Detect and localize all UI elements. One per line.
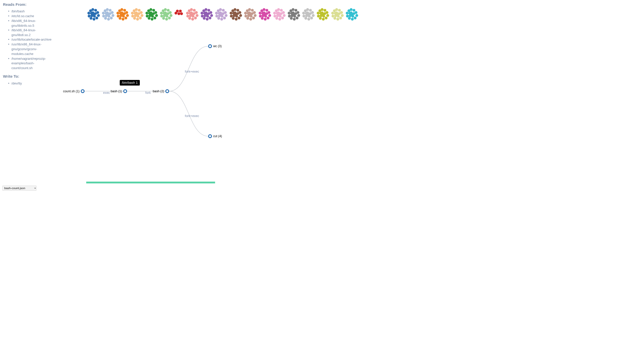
edge-label: exec xyxy=(103,91,110,95)
writes-list: /dev/tty xyxy=(3,81,53,86)
node-label: bash (1) xyxy=(111,90,122,93)
process-node-count_sh[interactable]: count.sh (1) xyxy=(63,89,85,93)
node-circle[interactable] xyxy=(81,89,85,93)
palette-swatch[interactable] xyxy=(102,8,113,19)
palette-swatch[interactable] xyxy=(288,8,299,19)
edge-label: fork+exec xyxy=(185,114,199,118)
palette-swatch[interactable] xyxy=(317,8,328,19)
edge-label: fork+exec xyxy=(185,70,199,73)
node-label: wc (3) xyxy=(213,44,222,48)
palette-swatch[interactable] xyxy=(87,8,98,19)
node-circle[interactable] xyxy=(208,44,212,48)
process-node-wc_3[interactable]: wc (3) xyxy=(208,44,222,48)
process-node-bash_2[interactable]: bash (2) xyxy=(153,89,169,93)
reads-item: /lib/x86_64-linux-gnu/libdl.so.2 xyxy=(8,28,53,37)
reads-item: /etc/ld.so.cache xyxy=(8,14,53,19)
palette-swatch[interactable] xyxy=(244,8,255,19)
palette-swatch[interactable] xyxy=(145,8,156,19)
process-node-cut_4[interactable]: cut (4) xyxy=(208,134,222,138)
palette-swatch[interactable] xyxy=(331,8,342,19)
reads-item: /bin/bash xyxy=(8,9,53,14)
node-label: cut (4) xyxy=(213,134,222,138)
palette-swatch[interactable] xyxy=(346,8,357,19)
reads-item: /lib/x86_64-linux-gnu/libtinfo.so.5 xyxy=(8,18,53,28)
sidebar: Reads From: /bin/bash /etc/ld.so.cache /… xyxy=(3,2,53,89)
graph-edges xyxy=(0,0,378,206)
edge-label: fork xyxy=(145,91,151,95)
node-label: count.sh (1) xyxy=(63,90,79,93)
reads-item: /usr/lib/locale/locale-archive xyxy=(8,37,53,42)
node-circle[interactable] xyxy=(165,89,169,93)
palette-swatch[interactable] xyxy=(259,8,270,19)
timeline-slider[interactable] xyxy=(86,182,215,183)
palette-swatch[interactable] xyxy=(160,8,171,19)
palette-swatch[interactable] xyxy=(230,8,240,19)
writes-to-heading: Write To: xyxy=(3,74,53,79)
palette-swatch[interactable] xyxy=(201,8,211,19)
reads-list: /bin/bash /etc/ld.so.cache /lib/x86_64-l… xyxy=(3,9,53,70)
palette-swatch[interactable] xyxy=(302,8,313,19)
node-tooltip: /bin/bash 1 xyxy=(120,80,140,85)
reads-from-heading: Reads From: xyxy=(3,2,53,7)
process-graph: count.sh (1)bash (1)bash (2)wc (3)cut (4… xyxy=(0,0,378,206)
node-circle[interactable] xyxy=(123,89,127,93)
palette-swatch[interactable] xyxy=(131,8,142,19)
reads-item: /home/vagrant/reprozip-examples/bash-cou… xyxy=(8,56,53,70)
writes-item: /dev/tty xyxy=(8,81,53,86)
node-circle[interactable] xyxy=(208,134,212,138)
palette-swatch[interactable] xyxy=(116,8,127,19)
palette-swatch[interactable] xyxy=(215,8,226,19)
palette-swatch[interactable] xyxy=(186,8,197,19)
file-select[interactable]: bash-count.json xyxy=(2,186,36,191)
reads-item: /usr/lib/x86_64-linux-gnu/gconv/gconv-mo… xyxy=(8,42,53,56)
palette-swatch[interactable] xyxy=(273,8,284,19)
process-node-bash_1[interactable]: bash (1) xyxy=(111,89,127,93)
color-palette xyxy=(87,8,357,19)
palette-swatch[interactable] xyxy=(174,8,182,19)
node-label: bash (2) xyxy=(153,90,164,93)
